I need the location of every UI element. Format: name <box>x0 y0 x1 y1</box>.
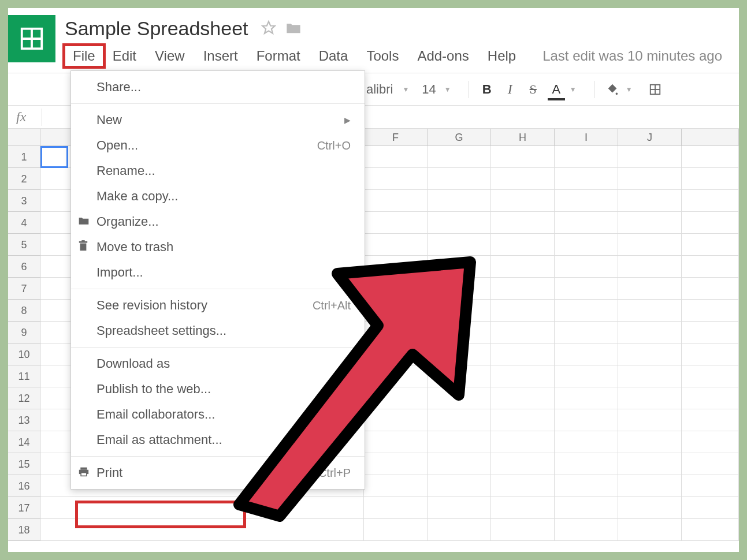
folder-icon <box>78 215 90 229</box>
text-color-button[interactable]: A <box>547 80 566 99</box>
column-header[interactable]: I <box>555 129 618 145</box>
menu-item-label: Print <box>96 465 122 480</box>
separator <box>594 81 594 98</box>
menu-item-organize[interactable]: Organize... <box>71 209 365 234</box>
svg-rect-10 <box>80 467 87 469</box>
chevron-down-icon[interactable]: ▼ <box>570 85 577 94</box>
row-headers: 1 2 3 4 5 6 7 8 9 10 11 12 13 14 15 16 1… <box>8 146 40 541</box>
column-header[interactable]: F <box>364 129 428 145</box>
menu-separator <box>71 456 365 457</box>
svg-rect-7 <box>80 243 87 251</box>
menu-item-share[interactable]: Share... <box>71 74 365 100</box>
row-header[interactable]: 12 <box>8 387 40 409</box>
row-header[interactable]: 1 <box>8 146 40 168</box>
menu-help[interactable]: Help <box>478 46 525 66</box>
row-header[interactable]: 13 <box>8 409 40 431</box>
menu-item-spreadsheet-settings[interactable]: Spreadsheet settings... <box>71 318 365 344</box>
font-family-selector[interactable]: alibri <box>366 82 393 97</box>
row-header[interactable]: 15 <box>8 453 40 475</box>
menu-item-label: New <box>96 113 122 128</box>
font-size-selector[interactable]: 14 <box>422 82 436 97</box>
fx-label: fx <box>16 109 39 125</box>
menu-item-open[interactable]: Open...Ctrl+O <box>71 133 365 158</box>
column-header[interactable]: H <box>491 129 555 145</box>
trash-icon <box>78 240 88 255</box>
row-header[interactable]: 3 <box>8 190 40 212</box>
menu-separator <box>71 103 365 104</box>
chevron-right-icon: ▶ <box>344 115 351 125</box>
menu-insert[interactable]: Insert <box>194 46 247 66</box>
row-header[interactable]: 6 <box>8 256 40 278</box>
shortcut-label: Ctrl+Alt <box>313 299 351 312</box>
svg-rect-9 <box>81 240 84 241</box>
chevron-down-icon[interactable]: ▼ <box>402 85 409 94</box>
menu-data[interactable]: Data <box>310 46 358 66</box>
menu-separator <box>71 289 365 289</box>
row-header[interactable]: 18 <box>8 519 40 541</box>
row-header[interactable]: 8 <box>8 300 40 322</box>
row-header[interactable]: 11 <box>8 365 40 387</box>
menu-item-label: Rename... <box>96 163 155 178</box>
svg-rect-8 <box>79 241 87 242</box>
menu-item-label: Make a copy... <box>96 189 178 204</box>
menu-addons[interactable]: Add-ons <box>408 46 478 66</box>
folder-icon[interactable] <box>285 21 302 37</box>
menu-view[interactable]: View <box>146 46 194 66</box>
select-all-corner[interactable] <box>8 129 40 145</box>
column-header[interactable]: G <box>428 129 491 145</box>
shortcut-label: Ctrl+O <box>317 139 351 152</box>
row-header[interactable]: 4 <box>8 212 40 234</box>
menu-bar: File Edit View Insert Format Data Tools … <box>65 46 739 66</box>
menu-item-move-to-trash[interactable]: Move to trash <box>71 234 365 260</box>
star-icon[interactable] <box>261 20 276 38</box>
document-title[interactable]: Sample Spreadsheet <box>65 17 248 40</box>
bold-button[interactable]: B <box>477 80 497 99</box>
svg-marker-3 <box>262 21 275 33</box>
menu-edit[interactable]: Edit <box>103 46 146 66</box>
row-header[interactable]: 9 <box>8 322 40 344</box>
row-header[interactable]: 14 <box>8 431 40 453</box>
menu-item-email-collaborators[interactable]: Email collaborators... <box>71 402 365 427</box>
active-cell[interactable] <box>40 146 68 168</box>
menu-item-label: See revision history <box>96 298 207 313</box>
menu-file[interactable]: File <box>65 46 103 66</box>
menu-item-new[interactable]: New▶ <box>71 107 365 133</box>
strikethrough-button[interactable]: S <box>523 80 543 99</box>
chevron-down-icon[interactable]: ▼ <box>444 85 451 94</box>
row-header[interactable]: 10 <box>8 344 40 365</box>
row-header[interactable]: 7 <box>8 278 40 300</box>
menu-item-make-copy[interactable]: Make a copy... <box>71 184 365 209</box>
italic-button[interactable]: I <box>500 80 520 99</box>
menu-item-rename[interactable]: Rename... <box>71 158 365 184</box>
menu-item-print[interactable]: PrintCtrl+P <box>71 460 365 486</box>
sheets-logo[interactable] <box>8 15 55 62</box>
borders-button[interactable] <box>645 80 665 99</box>
separator <box>469 81 469 98</box>
chevron-down-icon[interactable]: ▼ <box>626 85 633 94</box>
last-edit-text[interactable]: Last edit was 10 minutes ago <box>542 48 722 64</box>
menu-item-label: Open... <box>96 138 138 153</box>
fill-color-button[interactable] <box>603 80 622 99</box>
row-header[interactable]: 2 <box>8 168 40 190</box>
row-header[interactable]: 16 <box>8 475 40 497</box>
menu-item-label: Spreadsheet settings... <box>96 323 226 338</box>
menu-item-label: Email collaborators... <box>96 407 215 422</box>
menu-tools[interactable]: Tools <box>357 46 408 66</box>
menu-item-revision-history[interactable]: See revision historyCtrl+Alt <box>71 293 365 318</box>
file-menu-dropdown: Share... New▶ Open...Ctrl+O Rename... Ma… <box>70 70 365 490</box>
menu-item-label: Download as <box>96 356 170 371</box>
menu-item-label: Import... <box>96 265 143 280</box>
column-header[interactable]: J <box>618 129 682 145</box>
menu-item-label: Publish to the web... <box>96 382 211 397</box>
menu-item-publish-web[interactable]: Publish to the web... <box>71 376 365 402</box>
menu-format[interactable]: Format <box>247 46 310 66</box>
row-header[interactable]: 17 <box>8 497 40 519</box>
menu-item-label: Organize... <box>96 214 159 229</box>
column-header[interactable] <box>682 129 739 145</box>
menu-item-email-attachment[interactable]: Email as attachment... <box>71 427 365 453</box>
svg-rect-12 <box>81 472 87 476</box>
row-header[interactable]: 5 <box>8 234 40 256</box>
menu-item-download-as[interactable]: Download as <box>71 351 365 376</box>
menu-separator <box>71 347 365 348</box>
menu-item-import[interactable]: Import... <box>71 260 365 285</box>
